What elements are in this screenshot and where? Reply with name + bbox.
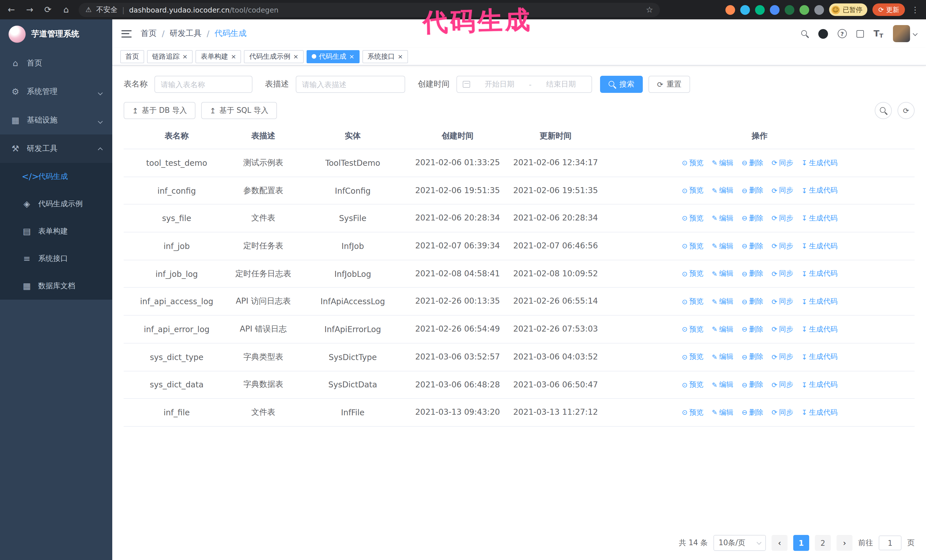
hamburger-icon[interactable] — [121, 30, 132, 37]
generate-code-link[interactable]: ↧生成代码 — [802, 297, 837, 306]
delete-link[interactable]: ⊖删除 — [741, 352, 763, 362]
toggle-search-button[interactable] — [875, 102, 892, 119]
close-icon[interactable]: × — [182, 53, 188, 60]
preview-link[interactable]: ⊙预览 — [682, 408, 704, 418]
extension-icon[interactable] — [770, 5, 779, 15]
bookmark-star-icon[interactable]: ☆ — [646, 5, 653, 14]
delete-link[interactable]: ⊖删除 — [741, 241, 763, 251]
close-icon[interactable]: × — [349, 53, 354, 60]
github-icon[interactable] — [818, 29, 828, 38]
app-logo[interactable]: 芋道管理系统 — [0, 20, 112, 49]
edit-link[interactable]: ✎编辑 — [712, 408, 733, 418]
sync-link[interactable]: ⟳同步 — [772, 158, 793, 168]
preview-link[interactable]: ⊙预览 — [682, 214, 704, 223]
sync-link[interactable]: ⟳同步 — [772, 214, 793, 223]
refresh-table-button[interactable]: ⟳ — [897, 102, 915, 119]
delete-link[interactable]: ⊖删除 — [741, 408, 763, 418]
edit-link[interactable]: ✎编辑 — [712, 269, 733, 279]
sync-link[interactable]: ⟳同步 — [772, 186, 793, 196]
preview-link[interactable]: ⊙预览 — [682, 325, 704, 334]
tab-codegen-example[interactable]: 代码生成示例× — [244, 50, 303, 63]
extension-icon[interactable] — [725, 5, 735, 15]
sidebar-item-form-builder[interactable]: ▤ 表单构建 — [0, 217, 112, 245]
generate-code-link[interactable]: ↧生成代码 — [802, 325, 837, 334]
delete-link[interactable]: ⊖删除 — [741, 325, 763, 334]
extension-icon[interactable] — [799, 5, 809, 15]
preview-link[interactable]: ⊙预览 — [682, 352, 704, 362]
sidebar-item-db-doc[interactable]: ▦ 数据库文档 — [0, 272, 112, 300]
page-size-select[interactable]: 10条/页 — [713, 535, 766, 551]
sidebar-item-system[interactable]: ⚙ 系统管理 — [0, 77, 112, 106]
table-name-input[interactable] — [154, 76, 253, 93]
puzzle-extension-icon[interactable] — [814, 5, 824, 15]
extension-icon[interactable] — [785, 5, 794, 15]
generate-code-link[interactable]: ↧生成代码 — [802, 214, 837, 223]
delete-link[interactable]: ⊖删除 — [741, 380, 763, 389]
sidebar-item-system-api[interactable]: ≡ 系统接口 — [0, 245, 112, 272]
breadcrumb-home[interactable]: 首页 — [141, 29, 157, 39]
extension-icon[interactable] — [755, 5, 765, 15]
browser-back-icon[interactable]: ← — [6, 5, 17, 15]
browser-menu-icon[interactable]: ⋮ — [910, 5, 920, 14]
sync-link[interactable]: ⟳同步 — [772, 380, 793, 389]
sidebar-item-infra[interactable]: ▦ 基础设施 — [0, 106, 112, 134]
browser-forward-icon[interactable]: → — [24, 5, 35, 15]
sync-link[interactable]: ⟳同步 — [772, 269, 793, 279]
close-icon[interactable]: × — [231, 53, 236, 60]
import-db-button[interactable]: ↥ 基于 DB 导入 — [124, 102, 195, 119]
extension-icon[interactable] — [740, 5, 750, 15]
generate-code-link[interactable]: ↧生成代码 — [802, 269, 837, 279]
edit-link[interactable]: ✎编辑 — [712, 352, 733, 362]
browser-reload-icon[interactable]: ⟳ — [42, 5, 54, 15]
edit-link[interactable]: ✎编辑 — [712, 214, 733, 223]
help-icon[interactable]: ? — [838, 29, 847, 38]
tab-form-builder[interactable]: 表单构建× — [195, 50, 241, 63]
sidebar-item-devtools[interactable]: ⚒ 研发工具 — [0, 134, 112, 163]
preview-link[interactable]: ⊙预览 — [682, 297, 704, 306]
generate-code-link[interactable]: ↧生成代码 — [802, 186, 837, 196]
sidebar-item-codegen-example[interactable]: ◈ 代码生成示例 — [0, 190, 112, 217]
tab-home[interactable]: 首页 — [120, 50, 144, 63]
breadcrumb-devtools[interactable]: 研发工具 — [169, 29, 201, 39]
sync-link[interactable]: ⟳同步 — [772, 325, 793, 334]
delete-link[interactable]: ⊖删除 — [741, 269, 763, 279]
next-page-button[interactable]: › — [837, 535, 852, 551]
profile-paused-chip[interactable]: ☺ 已暂停 — [829, 3, 868, 16]
tab-trace[interactable]: 链路追踪× — [147, 50, 193, 63]
preview-link[interactable]: ⊙预览 — [682, 269, 704, 279]
edit-link[interactable]: ✎编辑 — [712, 380, 733, 389]
user-menu[interactable] — [893, 25, 917, 42]
generate-code-link[interactable]: ↧生成代码 — [802, 408, 837, 418]
sync-link[interactable]: ⟳同步 — [772, 241, 793, 251]
generate-code-link[interactable]: ↧生成代码 — [802, 352, 837, 362]
page-button-1[interactable]: 1 — [793, 535, 809, 551]
tab-codegen[interactable]: 代码生成× — [306, 50, 359, 63]
generate-code-link[interactable]: ↧生成代码 — [802, 380, 837, 389]
delete-link[interactable]: ⊖删除 — [741, 186, 763, 196]
delete-link[interactable]: ⊖删除 — [741, 214, 763, 223]
address-bar[interactable]: ⚠ 不安全 | dashboard.yudao.iocoder.cn/tool/… — [79, 3, 660, 17]
import-sql-button[interactable]: ↥ 基于 SQL 导入 — [201, 102, 277, 119]
preview-link[interactable]: ⊙预览 — [682, 186, 704, 196]
close-icon[interactable]: × — [293, 53, 298, 60]
reset-button[interactable]: ⟳ 重置 — [649, 76, 690, 93]
edit-link[interactable]: ✎编辑 — [712, 241, 733, 251]
tab-system-api[interactable]: 系统接口× — [362, 50, 408, 63]
delete-link[interactable]: ⊖删除 — [741, 158, 763, 168]
edit-link[interactable]: ✎编辑 — [712, 325, 733, 334]
sync-link[interactable]: ⟳同步 — [772, 352, 793, 362]
font-size-icon[interactable]: TT — [873, 29, 883, 39]
search-icon[interactable] — [801, 30, 809, 37]
search-button[interactable]: 搜索 — [600, 76, 643, 93]
delete-link[interactable]: ⊖删除 — [741, 297, 763, 306]
sync-link[interactable]: ⟳同步 — [772, 408, 793, 418]
generate-code-link[interactable]: ↧生成代码 — [802, 158, 837, 168]
sidebar-item-codegen[interactable]: </> 代码生成 — [0, 163, 112, 190]
edit-link[interactable]: ✎编辑 — [712, 158, 733, 168]
preview-link[interactable]: ⊙预览 — [682, 158, 704, 168]
table-desc-input[interactable] — [296, 76, 405, 93]
date-range-picker[interactable]: 开始日期 - 结束日期 — [457, 76, 592, 93]
edit-link[interactable]: ✎编辑 — [712, 297, 733, 306]
close-icon[interactable]: × — [398, 53, 403, 60]
edit-link[interactable]: ✎编辑 — [712, 186, 733, 196]
